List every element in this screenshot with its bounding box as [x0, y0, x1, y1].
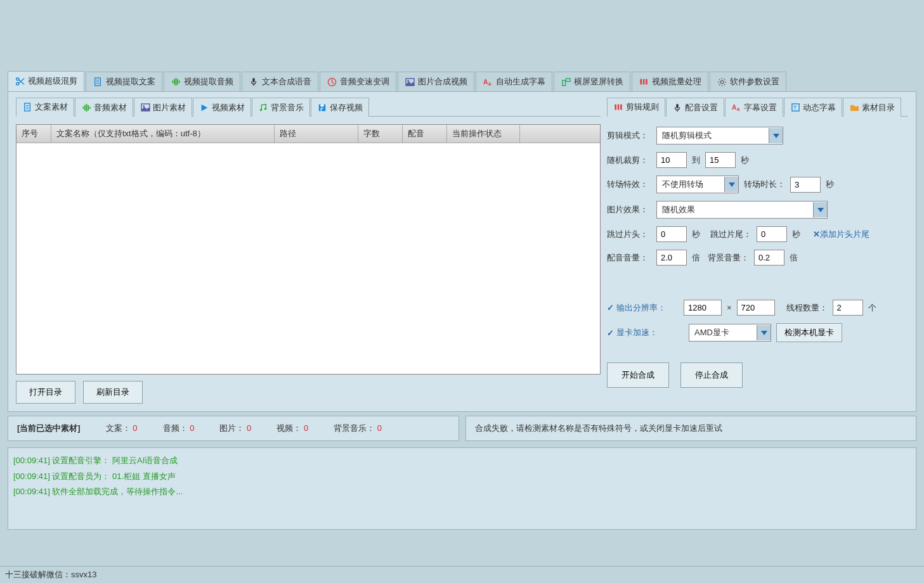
th-status[interactable]: 当前操作状态 — [447, 125, 520, 143]
chevron-down-icon[interactable] — [724, 177, 738, 192]
chevron-down-icon[interactable] — [813, 202, 827, 217]
th-chars[interactable]: 字数 — [358, 125, 403, 143]
doc-icon — [93, 77, 103, 87]
bg-volume-unit: 倍 — [790, 252, 798, 264]
status-message-box: 合成失败，请检测素材名称是否有特殊符号，或关闭显卡加速后重试 — [465, 416, 917, 441]
main-tab-2[interactable]: 视频提取音频 — [164, 72, 240, 91]
stats-title: [当前已选中素材] — [17, 423, 81, 434]
main-tab-4[interactable]: 音频变速变调 — [320, 72, 396, 91]
doc-icon — [22, 102, 32, 112]
settings-form: 剪辑模式： 随机剪辑模式 随机裁剪： 到 秒 转场特效： 不使用转场 — [607, 124, 908, 390]
skip-tail-input[interactable] — [757, 226, 787, 242]
svg-rect-19 — [566, 78, 570, 81]
add-head-tail-toggle[interactable]: ✕添加片头片尾 — [813, 229, 869, 240]
stats-image-label: 图片： — [219, 423, 244, 433]
output-res-label: 输出分辨率： — [616, 302, 666, 314]
th-index[interactable]: 序号 — [16, 125, 51, 143]
main-tab-7[interactable]: 横屏竖屏转换 — [554, 72, 630, 91]
open-dir-button[interactable]: 打开目录 — [16, 381, 75, 404]
stats-video-count: 0 — [304, 423, 308, 433]
random-crop-to-label: 到 — [692, 155, 700, 166]
svg-rect-40 — [620, 105, 622, 110]
output-width-input[interactable] — [684, 300, 722, 316]
subtab-label: 文案素材 — [35, 101, 68, 113]
transition-duration-input[interactable] — [790, 177, 821, 193]
main-tab-bar: 视频超级混剪视频提取文案视频提取音频文本合成语音音频变速变调图片合成视频AA自动… — [0, 71, 924, 91]
main-tab-5[interactable]: 图片合成视频 — [398, 72, 474, 91]
right-panel: 剪辑规则配音设置AA字幕设置T动态字幕素材目录 剪辑模式： 随机剪辑模式 随机裁… — [607, 97, 908, 409]
main-tab-6[interactable]: AA自动生成字幕 — [476, 72, 552, 91]
left-subtab-2[interactable]: 图片素材 — [134, 98, 192, 117]
transition-value: 不使用转场 — [657, 176, 724, 193]
main-tab-8[interactable]: 视频批量处理 — [632, 72, 708, 91]
thread-count-input[interactable] — [833, 300, 863, 316]
main-tab-label: 图片合成视频 — [418, 76, 467, 87]
left-subtab-5[interactable]: 保存视频 — [311, 98, 369, 117]
left-subtab-0[interactable]: 文案素材 — [16, 98, 74, 117]
log-line-1: [00:09:41] 设置配音员为： 01.柜姐 直播女声 — [13, 469, 911, 485]
random-crop-to-input[interactable] — [705, 152, 736, 168]
subtab-label: 字幕设置 — [744, 102, 777, 113]
th-path[interactable]: 路径 — [275, 125, 358, 143]
thread-count-unit: 个 — [868, 302, 876, 314]
play-icon — [199, 103, 209, 113]
chevron-down-icon[interactable] — [769, 128, 783, 143]
gpu-accel-label: 显卡加速： — [616, 327, 658, 338]
th-voice[interactable]: 配音 — [403, 125, 447, 143]
image-icon — [140, 103, 150, 113]
right-subtab-0[interactable]: 剪辑规则 — [607, 98, 665, 117]
left-subtab-1[interactable]: 音频素材 — [75, 98, 133, 117]
main-tab-9[interactable]: 软件参数设置 — [710, 72, 786, 91]
folder-icon — [849, 103, 859, 113]
chevron-down-icon[interactable] — [757, 325, 771, 340]
main-tab-3[interactable]: 文本合成语音 — [242, 72, 318, 91]
main-tab-label: 视频超级混剪 — [28, 75, 77, 87]
skip-head-input[interactable] — [656, 226, 687, 242]
right-subtab-3[interactable]: T动态字幕 — [784, 98, 842, 117]
subtab-label: 视频素材 — [212, 102, 245, 113]
th-name[interactable]: 文案名称（仅支持txt格式，编码：utf-8） — [51, 125, 275, 143]
stats-bgm-label: 背景音乐： — [334, 423, 375, 433]
skip-tail-unit: 秒 — [792, 229, 800, 240]
right-subtab-1[interactable]: 配音设置 — [666, 98, 724, 117]
output-height-input[interactable] — [737, 300, 775, 316]
mic-icon — [672, 103, 682, 113]
subtab-label: 音频素材 — [94, 102, 127, 113]
edit-mode-dropdown[interactable]: 随机剪辑模式 — [656, 127, 783, 144]
left-panel: 文案素材音频素材图片素材视频素材背景音乐保存视频 序号 文案名称（仅支持txt格… — [16, 97, 601, 409]
svg-rect-39 — [617, 105, 619, 110]
left-subtab-4[interactable]: 背景音乐 — [252, 98, 310, 117]
main-tab-0[interactable]: 视频超级混剪 — [8, 71, 84, 91]
gpu-dropdown[interactable]: AMD显卡 — [689, 324, 771, 342]
stop-compose-button[interactable]: 停止合成 — [680, 362, 743, 388]
output-res-checkbox[interactable]: ✓ 输出分辨率： — [607, 302, 666, 314]
log-line-2: [00:09:41] 软件全部加载完成，等待操作指令... — [13, 484, 911, 500]
material-table: 序号 文案名称（仅支持txt格式，编码：utf-8） 路径 字数 配音 当前操作… — [16, 124, 601, 375]
subtitle-icon: AA — [483, 77, 493, 87]
voice-volume-input[interactable] — [656, 250, 687, 266]
subtab-label: 动态字幕 — [803, 102, 836, 113]
svg-text:A: A — [488, 81, 491, 86]
main-tab-1[interactable]: 视频提取文案 — [86, 72, 162, 91]
gpu-value: AMD显卡 — [689, 324, 757, 341]
transition-dropdown[interactable]: 不使用转场 — [656, 176, 739, 193]
start-compose-button[interactable]: 开始合成 — [607, 362, 669, 388]
left-subtab-3[interactable]: 视频素材 — [193, 98, 251, 117]
refresh-dir-button[interactable]: 刷新目录 — [83, 381, 143, 404]
dynsub-icon: T — [790, 103, 800, 113]
bg-volume-input[interactable] — [754, 250, 784, 266]
svg-text:A: A — [736, 106, 740, 112]
right-subtab-4[interactable]: 素材目录 — [843, 98, 901, 117]
subtab-label: 图片素材 — [153, 102, 186, 113]
detect-gpu-button[interactable]: 检测本机显卡 — [776, 323, 842, 342]
random-crop-from-input[interactable] — [656, 152, 687, 168]
right-subtab-2[interactable]: AA字幕设置 — [725, 98, 783, 117]
subtab-label: 剪辑规则 — [626, 101, 659, 113]
gpu-accel-checkbox[interactable]: ✓ 显卡加速： — [607, 327, 658, 338]
main-tab-label: 音频变速变调 — [340, 76, 389, 87]
random-crop-unit: 秒 — [741, 155, 749, 166]
edit-mode-value: 随机剪辑模式 — [657, 127, 769, 144]
image-effect-dropdown[interactable]: 随机效果 — [656, 201, 828, 219]
skip-tail-label: 跳过片尾： — [710, 229, 752, 240]
svg-point-36 — [264, 108, 267, 110]
